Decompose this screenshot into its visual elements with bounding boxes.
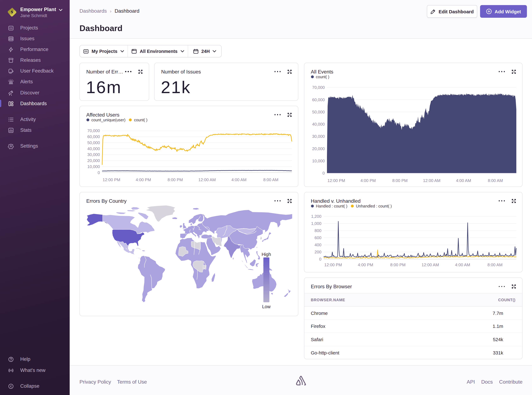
- svg-text:1,200: 1,200: [311, 214, 321, 219]
- svg-text:400: 400: [315, 242, 321, 247]
- svg-text:60,000: 60,000: [87, 134, 100, 139]
- svg-text:30,000: 30,000: [312, 134, 325, 139]
- svg-text:12:00 AM: 12:00 AM: [421, 262, 439, 267]
- svg-text:10,000: 10,000: [312, 158, 325, 163]
- svg-text:Low: Low: [262, 304, 271, 309]
- svg-text:12:00 AM: 12:00 AM: [423, 178, 440, 183]
- svg-text:8:00 AM: 8:00 AM: [488, 178, 503, 183]
- svg-text:8:00 PM: 8:00 PM: [392, 178, 407, 183]
- svg-text:8:00 PM: 8:00 PM: [390, 262, 406, 267]
- svg-text:10,000: 10,000: [87, 164, 100, 169]
- svg-text:40,000: 40,000: [87, 146, 100, 151]
- svg-text:0: 0: [319, 257, 321, 261]
- svg-text:4:00 AM: 4:00 AM: [231, 177, 246, 182]
- svg-text:20,000: 20,000: [312, 146, 325, 151]
- svg-text:0: 0: [322, 170, 325, 175]
- svg-text:8:00 AM: 8:00 AM: [487, 262, 502, 267]
- svg-text:8:00 PM: 8:00 PM: [167, 177, 183, 182]
- svg-text:4:00 PM: 4:00 PM: [358, 262, 373, 267]
- svg-text:30,000: 30,000: [87, 152, 100, 157]
- svg-text:50,000: 50,000: [87, 140, 100, 145]
- svg-text:0: 0: [98, 170, 100, 175]
- svg-text:1,000: 1,000: [311, 221, 321, 226]
- svg-text:4:00 PM: 4:00 PM: [360, 178, 375, 183]
- svg-text:High: High: [261, 252, 271, 257]
- svg-text:20,000: 20,000: [87, 158, 100, 163]
- svg-text:70,000: 70,000: [87, 128, 100, 133]
- svg-text:600: 600: [315, 235, 321, 240]
- svg-text:70,000: 70,000: [312, 85, 325, 90]
- svg-text:8:00 AM: 8:00 AM: [263, 177, 278, 182]
- svg-text:200: 200: [315, 249, 321, 254]
- svg-text:12:00 PM: 12:00 PM: [103, 177, 120, 182]
- svg-text:40,000: 40,000: [312, 122, 325, 126]
- svg-text:4:00 AM: 4:00 AM: [456, 178, 471, 183]
- svg-text:4:00 AM: 4:00 AM: [455, 262, 470, 267]
- svg-text:12:00 PM: 12:00 PM: [327, 178, 345, 183]
- svg-text:60,000: 60,000: [312, 97, 325, 102]
- svg-text:800: 800: [315, 228, 321, 233]
- svg-text:4:00 PM: 4:00 PM: [136, 177, 151, 182]
- svg-text:12:00 AM: 12:00 AM: [198, 177, 216, 182]
- svg-text:50,000: 50,000: [312, 110, 325, 114]
- svg-text:12:00 PM: 12:00 PM: [324, 262, 342, 267]
